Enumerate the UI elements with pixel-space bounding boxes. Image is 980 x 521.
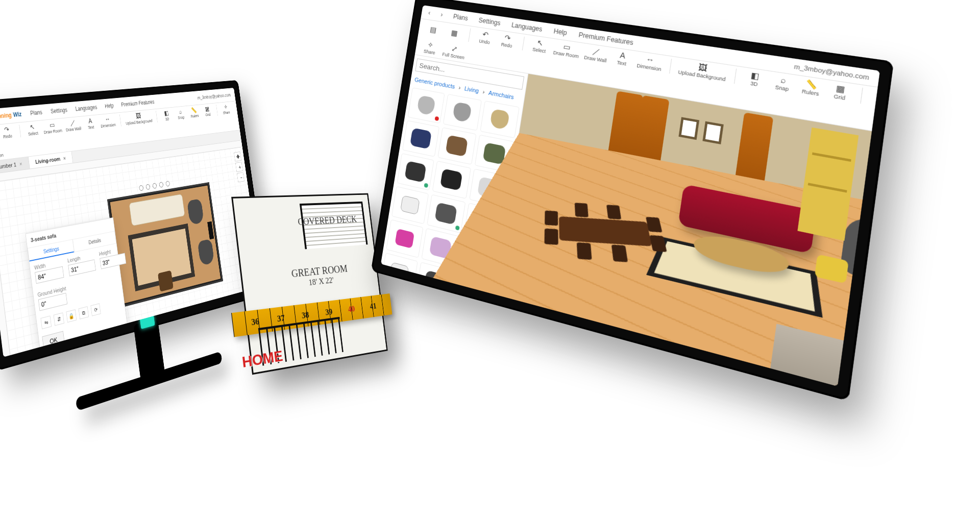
cube-icon: ◧	[164, 110, 169, 116]
close-icon[interactable]: ×	[63, 155, 66, 161]
tv-object[interactable]	[207, 221, 214, 240]
catalog-item[interactable]	[432, 161, 471, 199]
catalog-item[interactable]	[391, 186, 429, 225]
catalog-item[interactable]	[397, 153, 434, 190]
menu-help[interactable]: Help	[105, 103, 114, 110]
armchair-icon	[420, 306, 440, 327]
dining-chair[interactable]	[545, 229, 558, 245]
dining-chair[interactable]	[545, 210, 558, 226]
draw-room-tool[interactable]: ▭Draw Room	[42, 120, 62, 135]
redo-icon: ↷	[4, 126, 10, 133]
view-3d-button[interactable]: ◧3D	[160, 109, 173, 121]
flip-h-button[interactable]: ⇋	[40, 316, 52, 330]
armchair-object[interactable]	[198, 239, 215, 266]
grid-toggle[interactable]: ▦Grid	[202, 105, 213, 117]
dining-chair[interactable]	[577, 242, 592, 260]
sofa-object[interactable]	[129, 194, 185, 226]
rulers-toggle[interactable]: 📏Rulers	[188, 107, 200, 119]
pan-button[interactable]: ✥	[234, 152, 241, 162]
dining-chair[interactable]	[606, 205, 621, 219]
menu-plans[interactable]: Plans	[30, 109, 43, 116]
tape-tick: 36	[251, 317, 260, 328]
armchair-object[interactable]	[187, 199, 204, 225]
cursor-icon: ↖	[30, 123, 35, 130]
dining-chair[interactable]	[646, 217, 663, 233]
catalog-item[interactable]	[410, 296, 449, 337]
dining-table[interactable]	[559, 216, 652, 246]
fullscreen-button[interactable]: ⤢Full Screen	[0, 144, 4, 160]
grid-toggle[interactable]: ▦Grid	[828, 83, 853, 102]
picture-frame[interactable]	[702, 121, 723, 144]
dimension-tool[interactable]: ↔Dimension	[636, 54, 663, 72]
armchair-icon	[455, 315, 479, 339]
snap-toggle[interactable]: ⌕Snap	[175, 108, 187, 120]
nav-back-button[interactable]: ‹	[428, 9, 431, 16]
share-icon: ✧	[427, 41, 434, 49]
armchair-icon	[416, 95, 435, 115]
draw-wall-tool[interactable]: ／Draw Wall	[65, 118, 82, 132]
catalog-item[interactable]	[386, 219, 423, 258]
crumb-living[interactable]: Living	[464, 85, 479, 94]
square-icon: ▭	[50, 121, 56, 128]
upload-bg-tool[interactable]: 🖼Upload Background	[125, 111, 153, 126]
rotate-button[interactable]: ⟳	[90, 303, 101, 316]
nav-fwd-button[interactable]: ›	[440, 11, 443, 18]
menu-settings[interactable]: Settings	[478, 16, 501, 27]
menu-settings[interactable]: Settings	[50, 107, 67, 115]
magnet-icon: ⌕	[780, 76, 786, 85]
flip-v-button[interactable]: ⇵	[54, 312, 64, 326]
menu-premium[interactable]: Premium Features	[121, 98, 155, 108]
picture-frame[interactable]	[678, 117, 699, 140]
snap-toggle[interactable]: ⌕Snap	[771, 74, 795, 93]
tape-tick: 39	[325, 307, 333, 317]
armchair-icon	[435, 202, 457, 225]
zoom-controls: ✥ ＋ －	[234, 152, 244, 182]
dimension-tool[interactable]: ↔Dimension	[100, 115, 116, 129]
catalog-item[interactable]	[480, 101, 520, 138]
dining-set[interactable]	[542, 203, 681, 271]
app-logo: ✎ PlanningWiz	[0, 109, 22, 123]
zoom-out-button[interactable]: －	[237, 172, 244, 182]
text-icon: A	[620, 51, 626, 60]
catalog-item[interactable]	[402, 120, 439, 157]
close-icon[interactable]: ×	[19, 161, 22, 167]
menu-languages[interactable]: Languages	[75, 104, 97, 113]
share-button[interactable]: ✧Share	[220, 104, 232, 115]
draw-room-tool[interactable]: ▭Draw Room	[553, 41, 580, 59]
view-3d-button[interactable]: ◧3D	[743, 70, 767, 88]
menu-languages[interactable]: Languages	[511, 21, 543, 33]
lock-button[interactable]: 🔒	[66, 309, 77, 322]
image-icon: 🖼	[136, 112, 141, 119]
zoom-in-button[interactable]: ＋	[235, 162, 243, 172]
redo-button[interactable]: ↷Redo	[0, 126, 15, 140]
menu-plans[interactable]: Plans	[453, 13, 469, 22]
menu-help[interactable]: Help	[553, 28, 568, 37]
home-label: HOME	[241, 348, 284, 371]
dining-chair[interactable]	[650, 235, 667, 252]
catalog-item[interactable]	[408, 87, 445, 123]
dining-chair[interactable]	[575, 203, 589, 217]
duplicate-button[interactable]: ⧉	[79, 306, 89, 319]
upload-bg-tool[interactable]: 🖼Upload Background	[678, 60, 727, 83]
plant-object[interactable]	[158, 270, 174, 292]
catalog-item[interactable]	[427, 194, 465, 233]
rulers-toggle[interactable]: 📏Rulers	[799, 79, 823, 97]
catalog-item[interactable]	[447, 306, 487, 348]
view-3d-toggle[interactable]: ▤	[424, 24, 442, 34]
catalog-item[interactable]	[438, 127, 477, 164]
text-tool[interactable]: AText	[84, 117, 97, 130]
select-tool[interactable]: ↖Select	[530, 38, 550, 55]
tape-tick: 37	[277, 313, 285, 324]
undo-button[interactable]: ↶Undo	[476, 30, 495, 46]
redo-button[interactable]: ↷Redo	[498, 33, 517, 49]
view-2d-toggle[interactable]: ▦	[445, 28, 463, 38]
select-tool[interactable]: ↖Select	[25, 123, 40, 137]
user-email[interactable]: m_3mboy@yahoo.com	[197, 92, 231, 101]
draw-wall-tool[interactable]: ／Draw Wall	[584, 46, 608, 64]
share-button[interactable]: ✧Share	[421, 40, 439, 56]
fullscreen-button[interactable]: ⤢Full Screen	[442, 43, 467, 60]
room-shape[interactable]	[107, 182, 223, 308]
text-tool[interactable]: AText	[611, 50, 633, 67]
catalog-item[interactable]	[443, 94, 482, 131]
dining-chair[interactable]	[611, 244, 628, 262]
